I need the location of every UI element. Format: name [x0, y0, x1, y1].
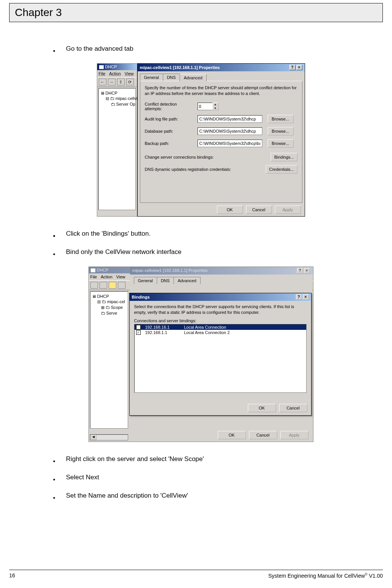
apply-button[interactable]: Apply [280, 431, 308, 439]
ok-button[interactable]: OK [248, 404, 276, 412]
bullet-dot-icon: • [53, 494, 55, 502]
database-browse-button[interactable]: Browse... [268, 127, 294, 135]
tree-server-opts[interactable]: 🗀 Serve [92, 311, 126, 315]
tab-advanced[interactable]: Advanced [174, 277, 201, 284]
backup-browse-button[interactable]: Browse... [268, 139, 294, 148]
page-footer: 16 System Engineering Manual for CellVie… [9, 570, 383, 579]
checkbox-icon[interactable]: ✓ [136, 330, 141, 335]
cancel-button[interactable]: Cancel [249, 431, 277, 439]
tab-general[interactable]: General [134, 277, 157, 284]
database-label: Database path: [145, 129, 194, 133]
bindings-label: Change server connections bindings: [145, 155, 214, 159]
toolbar-forward-icon[interactable] [100, 282, 107, 289]
bullet-item: •Select Next [53, 474, 349, 481]
tree-scrollbar[interactable]: ◀ [90, 434, 128, 440]
menu-action[interactable]: Action [109, 71, 121, 76]
intro-text: Specify the number of times the DHCP ser… [145, 85, 297, 96]
bullet-item: •Bind only the CellView network interfac… [53, 248, 349, 256]
dialog-tabs: General DNS Advanced [138, 71, 305, 81]
tree-server[interactable]: ⊟ 🗀 mipac-cellview [100, 96, 134, 101]
tab-dns[interactable]: DNS [163, 74, 180, 81]
binding-row[interactable]: 192.168.16.1 Local Area Connection [135, 325, 306, 330]
binding-ip: 192.168.16.1 [145, 325, 180, 329]
bindings-button[interactable]: Bindings... [271, 153, 297, 161]
tab-general[interactable]: General [140, 74, 163, 81]
backup-path-input[interactable] [198, 140, 262, 147]
bindings-listbox[interactable]: 192.168.16.1 Local Area Connection ✓ 192… [134, 324, 307, 393]
toolbar-refresh-icon[interactable] [118, 282, 125, 289]
toolbar-back-icon[interactable] [90, 282, 98, 289]
close-button[interactable]: × [296, 65, 302, 70]
audit-browse-button[interactable]: Browse... [268, 115, 294, 123]
backdlg-titlebar: mipac-cellview1 [192.168.1.1] Properties… [130, 267, 312, 275]
mmc-tree[interactable]: 🖥 DHCP ⊟ 🗀 mipac-cellview 🗀 Server Op [98, 88, 136, 210]
bindings-footer: OK Cancel [248, 404, 307, 412]
spin-up-icon[interactable]: ▲ [212, 103, 218, 106]
tree-server-options[interactable]: 🗀 Server Op [100, 102, 134, 106]
conflict-input[interactable] [198, 103, 213, 110]
bullet-dot-icon: • [53, 476, 55, 484]
database-path-input[interactable] [198, 127, 262, 135]
dialog-footer: OK Cancel Apply [217, 206, 301, 214]
tab-advanced[interactable]: Advanced [180, 74, 207, 81]
menu-file[interactable]: File [90, 275, 97, 279]
spin-down-icon[interactable]: ▼ [212, 106, 218, 110]
tab-dns[interactable]: DNS [157, 277, 174, 284]
dhcp-icon [99, 65, 104, 69]
bullet-dot-icon: • [53, 458, 55, 465]
bullet-item: •Right click on the server and select 'N… [53, 455, 349, 463]
toolbar-forward-icon[interactable]: → [108, 79, 116, 85]
apply-button[interactable]: Apply [275, 206, 301, 214]
mmc2-tree[interactable]: 🖥 DHCP ⊟ 🗀 mipac-cel ⊞ 🗀 Scope 🗀 Serve [90, 291, 128, 429]
backdlg-title: mipac-cellview1 [192.168.1.1] Properties [132, 268, 208, 273]
toolbar-refresh-icon[interactable]: ⟳ [126, 79, 134, 85]
mmc-title: DHCP [97, 64, 137, 70]
doc-title: System Engineering Manual for CellView© … [268, 572, 383, 579]
bindings-list-label: Connections and server bindings: [134, 318, 307, 323]
bullet-text: Click on the 'Bindings' button. [66, 230, 151, 237]
bindings-dialog: Bindings ? × Select the connections that… [129, 293, 312, 416]
menu-file[interactable]: File [99, 71, 106, 76]
bullet-text: Bind only the CellView network interface [66, 248, 182, 255]
ok-button[interactable]: OK [217, 206, 243, 214]
dialog-title: mipac-cellview1 [192.168.1.1] Properties [140, 65, 220, 70]
chapter-header: Chapter 3 [9, 3, 383, 22]
bullet-dot-icon: • [53, 47, 55, 55]
tree-dhcp[interactable]: 🖥 DHCP [100, 91, 134, 95]
cancel-button[interactable]: Cancel [246, 206, 272, 214]
binding-row[interactable]: ✓ 192.168.1.1 Local Area Connection 2 [135, 330, 306, 335]
credentials-button[interactable]: Credentials... [266, 165, 297, 174]
bullet-text: Go to the advanced tab [66, 45, 133, 52]
cancel-button[interactable]: Cancel [279, 404, 307, 412]
toolbar-up-icon[interactable]: ⇧ [117, 79, 125, 85]
help-button[interactable]: ? [297, 268, 303, 273]
close-button[interactable]: × [303, 294, 309, 300]
ok-button[interactable]: OK [218, 431, 246, 439]
tree-server[interactable]: ⊟ 🗀 mipac-cel [92, 299, 126, 304]
bullet-text: Set the Name and description to 'CellVie… [66, 492, 188, 499]
help-button[interactable]: ? [289, 65, 296, 70]
audit-path-input[interactable] [198, 115, 262, 123]
tree-dhcp[interactable]: 🖥 DHCP [92, 294, 126, 299]
menu-view[interactable]: View [116, 275, 125, 279]
bullet-square-icon: ▪ [53, 232, 55, 240]
tree-scope[interactable]: ⊞ 🗀 Scope [92, 305, 126, 310]
help-button[interactable]: ? [296, 294, 302, 300]
tab-body: Specify the number of times the DHCP ser… [140, 81, 302, 203]
toolbar-up-icon[interactable] [109, 282, 116, 289]
mmc-window: DHCP File Action View ← → ⇧ ⟳ 🖥 DHCP [97, 63, 137, 217]
backup-label: Backup path: [145, 141, 194, 146]
checkbox-icon[interactable] [136, 325, 141, 329]
screenshot-advanced-tab: DHCP File Action View ← → ⇧ ⟳ 🖥 DHCP [53, 63, 349, 218]
bullet-item: •Set the Name and description to 'CellVi… [53, 492, 349, 500]
bullet-text: Right click on the server and select 'Ne… [66, 455, 204, 463]
toolbar-back-icon[interactable]: ← [99, 79, 106, 85]
bullet-item: •Go to the advanced tab [53, 45, 349, 53]
mmc-title-text: DHCP [105, 64, 117, 69]
menu-action[interactable]: Action [101, 275, 112, 279]
bullet-text: Select Next [66, 474, 99, 481]
menu-view[interactable]: View [125, 71, 134, 76]
conflict-spinner[interactable]: ▲▼ [198, 103, 218, 110]
close-button[interactable]: × [304, 268, 310, 273]
page-number: 16 [9, 572, 15, 579]
